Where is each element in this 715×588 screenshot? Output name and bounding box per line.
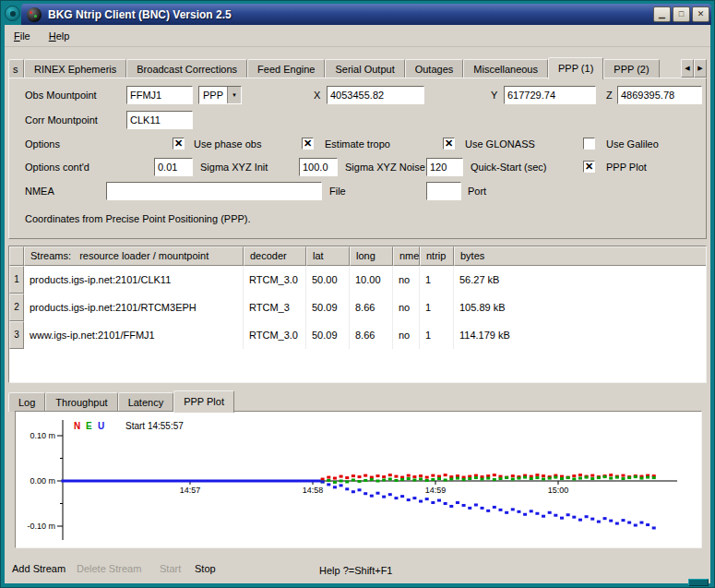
tab-latency[interactable]: Latency bbox=[118, 392, 174, 412]
header-bytes[interactable]: bytes bbox=[454, 246, 706, 266]
tab-log[interactable]: Log bbox=[8, 392, 45, 412]
z-label: Z bbox=[606, 86, 613, 104]
tab-miscellaneous[interactable]: Miscellaneous bbox=[463, 59, 548, 78]
tab-ppp-plot[interactable]: PPP Plot bbox=[173, 390, 234, 413]
tab-clipped[interactable]: s bbox=[8, 59, 24, 78]
cell-long: 8.66 bbox=[350, 321, 393, 349]
table-row[interactable]: 2 products.igs-ip.net:2101/RTCM3EPH RTCM… bbox=[9, 294, 706, 321]
ppp-settings-panel: Obs Mountpoint PPP ▼ X Y Z Corr Mountpoi… bbox=[8, 78, 707, 239]
ppp-note: Coordinates from Precise Point Positioni… bbox=[25, 210, 251, 228]
footer-bar: Add Stream Delete Stream Start Stop Help… bbox=[5, 560, 710, 581]
y-coordinate-input[interactable] bbox=[504, 86, 596, 104]
svg-text:15:00: 15:00 bbox=[548, 486, 569, 495]
cell-bytes: 56.27 kB bbox=[454, 266, 706, 294]
tab-ppp-1[interactable]: PPP (1) bbox=[548, 57, 603, 79]
use-galileo-checkbox[interactable] bbox=[583, 138, 595, 150]
chevron-down-icon: ▼ bbox=[227, 87, 241, 103]
streams-table: Streams: resource loader / mountpoint de… bbox=[8, 246, 707, 383]
window: BKG Ntrip Client (BNC) Version 2.5 ▁ □ ✕… bbox=[0, 0, 715, 588]
ppp-plot-checkbox[interactable]: ✕ bbox=[583, 161, 595, 173]
quick-start-input[interactable] bbox=[426, 158, 463, 176]
svg-text:N: N bbox=[74, 421, 80, 431]
cell-ntrip: 1 bbox=[420, 321, 454, 349]
header-decoder[interactable]: decoder bbox=[244, 246, 306, 266]
tab-feed-engine[interactable]: Feed Engine bbox=[247, 59, 325, 78]
menu-file[interactable]: File bbox=[14, 30, 30, 42]
tab-scroll-right-icon[interactable]: ▶ bbox=[694, 59, 707, 78]
header-ntrip[interactable]: ntrip bbox=[420, 246, 454, 266]
menu-help[interactable]: Help bbox=[49, 30, 70, 42]
cell-decoder: RTCM_3.0 bbox=[244, 266, 306, 294]
sigma-xyz-init-input[interactable] bbox=[154, 158, 193, 176]
use-glonass-label: Use GLONASS bbox=[465, 135, 535, 153]
cell-lat: 50.09 bbox=[306, 321, 350, 349]
window-title: BKG Ntrip Client (BNC) Version 2.5 bbox=[48, 8, 232, 21]
tab-throughput[interactable]: Throughput bbox=[45, 392, 117, 412]
add-stream-button[interactable]: Add Stream bbox=[12, 563, 66, 574]
cell-ntrip: 1 bbox=[420, 294, 454, 321]
z-coordinate-input[interactable] bbox=[617, 86, 702, 104]
tab-scroll-left-icon[interactable]: ◀ bbox=[681, 59, 694, 78]
window-menu-icon[interactable] bbox=[5, 6, 20, 21]
ppp-plot-label: PPP Plot bbox=[606, 158, 647, 176]
nmea-label: NMEA bbox=[25, 182, 54, 200]
svg-text:0.00 m: 0.00 m bbox=[30, 476, 55, 486]
tab-broadcast-corrections[interactable]: Broadcast Corrections bbox=[126, 59, 247, 78]
header-lat[interactable]: lat bbox=[306, 246, 350, 266]
tab-serial-output[interactable]: Serial Output bbox=[325, 59, 404, 78]
svg-text:Start 14:55:57: Start 14:55:57 bbox=[125, 421, 184, 431]
delete-stream-button[interactable]: Delete Stream bbox=[77, 563, 141, 574]
stop-button[interactable]: Stop bbox=[195, 563, 216, 574]
use-glonass-checkbox[interactable]: ✕ bbox=[443, 138, 455, 150]
cell-mountpoint: products.igs-ip.net:2101/RTCM3EPH bbox=[24, 294, 244, 321]
cell-nmea: no bbox=[393, 294, 420, 321]
obs-mountpoint-input[interactable] bbox=[126, 86, 193, 104]
minimize-button[interactable]: ▁ bbox=[653, 6, 671, 22]
estimate-tropo-checkbox[interactable]: ✕ bbox=[302, 138, 314, 150]
tab-rinex-ephemeris[interactable]: RINEX Ephemeris bbox=[24, 59, 126, 78]
sigma-xyz-noise-label: Sigma XYZ Noise bbox=[345, 158, 425, 176]
cell-bytes: 105.89 kB bbox=[454, 294, 706, 321]
use-phase-obs-checkbox[interactable]: ✕ bbox=[173, 138, 185, 150]
nmea-file-input[interactable] bbox=[106, 182, 322, 200]
use-galileo-label: Use Galileo bbox=[606, 135, 659, 153]
resize-grip[interactable] bbox=[688, 579, 709, 586]
tab-outages[interactable]: Outages bbox=[405, 59, 464, 78]
svg-text:14:59: 14:59 bbox=[425, 486, 447, 495]
corr-mountpoint-input[interactable] bbox=[126, 111, 193, 129]
cell-long: 8.66 bbox=[350, 294, 393, 321]
options-contd-label: Options cont'd bbox=[25, 158, 89, 176]
maximize-button[interactable]: □ bbox=[673, 6, 690, 22]
cell-mountpoint: products.igs-ip.net:2101/CLK11 bbox=[24, 266, 244, 294]
obs-mountpoint-label: Obs Mountpoint bbox=[25, 86, 97, 104]
nmea-port-input[interactable] bbox=[426, 182, 461, 200]
start-button[interactable]: Start bbox=[160, 563, 181, 574]
header-mountpoint[interactable]: Streams: resource loader / mountpoint bbox=[24, 246, 244, 266]
help-hint: Help ?=Shift+F1 bbox=[319, 565, 393, 576]
port-label: Port bbox=[468, 182, 486, 200]
titlebar[interactable]: BKG Ntrip Client (BNC) Version 2.5 ▁ □ ✕ bbox=[21, 4, 711, 25]
sigma-xyz-noise-input[interactable] bbox=[299, 158, 338, 176]
menu-bar: File Help bbox=[5, 25, 710, 47]
table-row[interactable]: 3 www.igs-ip.net:2101/FFMJ1 RTCM_3.0 50.… bbox=[9, 321, 706, 349]
client-area: File Help s RINEX Ephemeris Broadcast Co… bbox=[5, 25, 710, 583]
ppp-plot-panel: 0.10 m0.00 m-0.10 m14:5714:5814:5915:00N… bbox=[15, 411, 702, 548]
close-button[interactable]: ✕ bbox=[692, 6, 709, 22]
main-tab-bar: s RINEX Ephemeris Broadcast Corrections … bbox=[8, 56, 679, 78]
header-nmea[interactable]: nmea bbox=[393, 246, 420, 266]
cell-ntrip: 1 bbox=[420, 266, 454, 294]
streams-table-header: Streams: resource loader / mountpoint de… bbox=[9, 246, 706, 266]
svg-text:0.10 m: 0.10 m bbox=[30, 431, 55, 440]
cell-nmea: no bbox=[393, 321, 420, 349]
estimate-tropo-label: Estimate tropo bbox=[325, 135, 390, 153]
ppp-plot-chart: 0.10 m0.00 m-0.10 m14:5714:5814:5915:00N… bbox=[17, 413, 700, 546]
table-row[interactable]: 1 products.igs-ip.net:2101/CLK11 RTCM_3.… bbox=[9, 266, 706, 294]
tab-ppp-2[interactable]: PPP (2) bbox=[603, 59, 659, 78]
svg-text:-0.10 m: -0.10 m bbox=[27, 522, 55, 531]
quick-start-label: Quick-Start (sec) bbox=[471, 158, 547, 176]
header-long[interactable]: long bbox=[350, 246, 393, 266]
ppp-mode-value: PPP bbox=[199, 90, 227, 101]
cell-mountpoint: www.igs-ip.net:2101/FFMJ1 bbox=[24, 321, 244, 349]
ppp-mode-combo[interactable]: PPP ▼ bbox=[198, 86, 242, 104]
x-coordinate-input[interactable] bbox=[327, 86, 424, 104]
